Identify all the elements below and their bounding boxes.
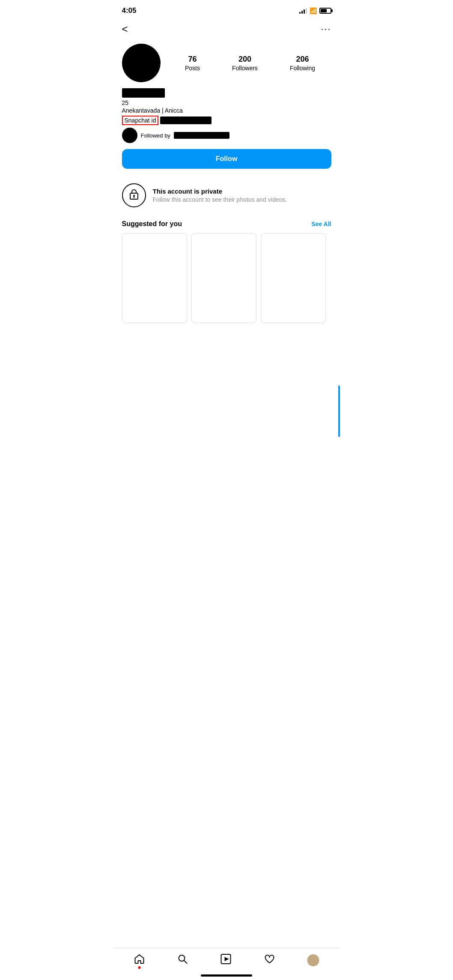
followed-by-label: Followed by: [141, 132, 170, 139]
private-title: This account is private: [153, 188, 287, 195]
signal-icon: [299, 8, 307, 14]
status-time: 4:05: [122, 6, 137, 15]
suggested-section: Suggested for you See All: [113, 220, 340, 323]
more-options-button[interactable]: ···: [321, 24, 331, 35]
username-block: 25 Anekantavada | Anicca Snapchat id: [122, 88, 331, 125]
follower-mini-avatar: [122, 128, 137, 143]
profile-section: 76 Posts 200 Followers 206 Following 25 …: [113, 39, 340, 179]
following-stat[interactable]: 206 Following: [290, 55, 315, 72]
suggested-card-3[interactable]: [261, 233, 326, 323]
following-count: 206: [296, 55, 309, 64]
wifi-icon: 📶: [310, 7, 317, 14]
lock-circle: [122, 183, 146, 207]
snapchat-id-redacted: [160, 117, 212, 124]
follow-button[interactable]: Follow: [122, 149, 331, 169]
suggested-header: Suggested for you See All: [122, 220, 331, 228]
battery-icon: [319, 8, 331, 14]
stats-container: 76 Posts 200 Followers 206 Following: [169, 55, 331, 72]
lock-icon: [129, 188, 139, 202]
snapchat-label: Snapchat id: [122, 116, 159, 125]
posts-stat[interactable]: 76 Posts: [185, 55, 200, 72]
followers-count: 200: [238, 55, 251, 64]
posts-label: Posts: [185, 65, 200, 72]
status-bar: 4:05 📶: [113, 0, 340, 19]
private-account-notice: This account is private Follow this acco…: [113, 179, 340, 212]
profile-header: 76 Posts 200 Followers 206 Following: [122, 44, 331, 82]
followers-label: Followers: [232, 65, 258, 72]
following-label: Following: [290, 65, 315, 72]
status-icons: 📶: [299, 7, 331, 14]
user-age: 25: [122, 99, 331, 106]
followers-stat[interactable]: 200 Followers: [232, 55, 258, 72]
header-nav: < ···: [113, 19, 340, 39]
follower-name-redacted: [174, 132, 229, 139]
suggested-card-2[interactable]: [191, 233, 256, 323]
user-bio: Anekantavada | Anicca: [122, 107, 331, 114]
see-all-button[interactable]: See All: [311, 221, 331, 227]
username-redacted: [122, 88, 165, 98]
suggested-card-1[interactable]: [122, 233, 187, 323]
posts-count: 76: [188, 55, 197, 64]
suggested-title: Suggested for you: [122, 220, 182, 228]
followed-by: Followed by: [122, 128, 331, 143]
back-button[interactable]: <: [122, 23, 128, 35]
snapchat-line: Snapchat id: [122, 116, 331, 125]
private-subtitle: Follow this account to see their photos …: [153, 196, 287, 203]
avatar: [122, 44, 161, 82]
scroll-indicator: [338, 385, 340, 437]
private-text-block: This account is private Follow this acco…: [153, 188, 287, 203]
avatar-container: [122, 44, 161, 82]
suggested-cards: [122, 233, 331, 323]
